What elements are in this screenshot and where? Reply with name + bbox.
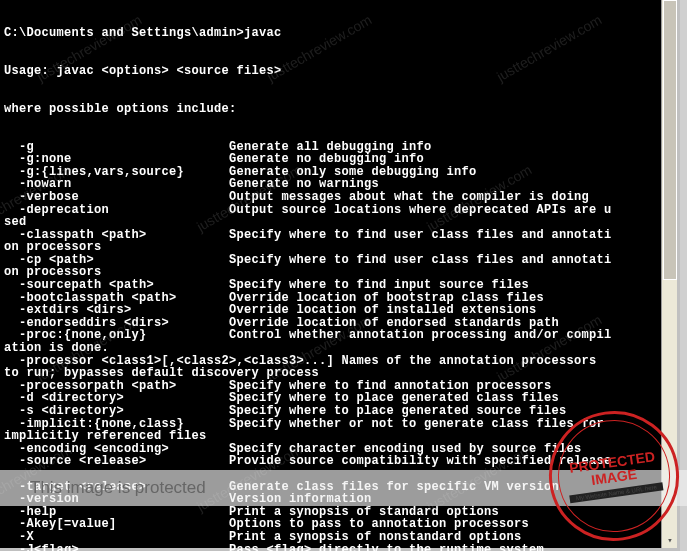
usage-line: Usage: javac <options> <source files>: [4, 65, 673, 78]
stamp-inner: PROTECTED IMAGE My Website Name & URL he…: [551, 413, 677, 539]
option-line: -classpath <path> Specify where to find …: [4, 229, 673, 242]
option-line: -sourcepath <path> Specify where to find…: [4, 279, 673, 292]
option-line: -cp <path> Specify where to find user cl…: [4, 254, 673, 267]
prompt-line: C:\Documents and Settings\admin>javac: [4, 27, 673, 40]
option-continuation: sed: [4, 216, 673, 229]
option-line: -extdirs <dirs> Override location of ins…: [4, 304, 673, 317]
option-line: -J<flag> Pass <flag> directly to the run…: [4, 544, 673, 551]
option-continuation: ation is done.: [4, 342, 673, 355]
option-line: -g:none Generate no debugging info: [4, 153, 673, 166]
option-line: -deprecation Output source locations whe…: [4, 204, 673, 217]
option-line: -verbose Output messages about what the …: [4, 191, 673, 204]
options-header: where possible options include:: [4, 103, 673, 116]
option-line: -s <directory> Specify where to place ge…: [4, 405, 673, 418]
option-line: -X Print a synopsis of nonstandard optio…: [4, 531, 673, 544]
scrollbar-arrow-down-icon[interactable]: ▾: [663, 532, 677, 548]
protected-text: This image is protected: [30, 478, 206, 498]
option-continuation: to run; bypasses default discovery proce…: [4, 367, 673, 380]
option-continuation: on processors: [4, 241, 673, 254]
scrollbar-thumb[interactable]: [663, 0, 677, 280]
